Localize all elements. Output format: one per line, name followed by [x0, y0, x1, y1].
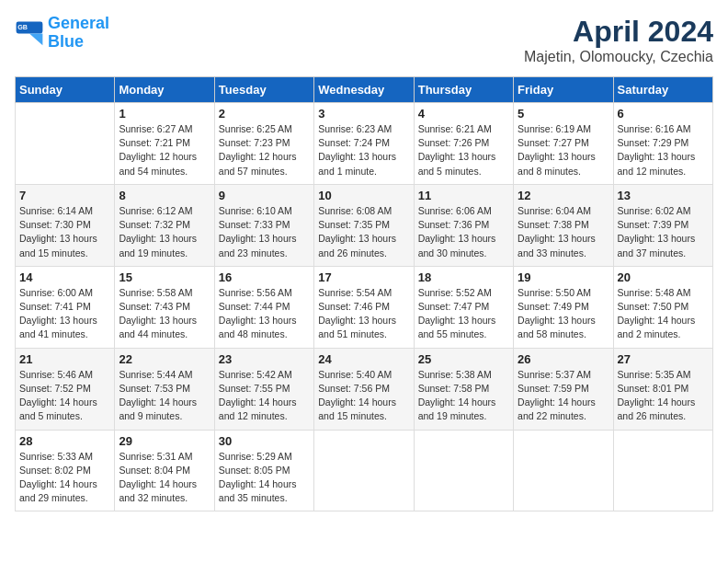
calendar-cell: 5Sunrise: 6:19 AM Sunset: 7:27 PM Daylig…: [514, 103, 613, 185]
calendar-cell: 1Sunrise: 6:27 AM Sunset: 7:21 PM Daylig…: [115, 103, 214, 185]
week-row-4: 21Sunrise: 5:46 AM Sunset: 7:52 PM Dayli…: [16, 348, 713, 430]
week-row-3: 14Sunrise: 6:00 AM Sunset: 7:41 PM Dayli…: [16, 266, 713, 348]
day-number: 3: [318, 107, 409, 121]
day-info: Sunrise: 6:27 AM Sunset: 7:21 PM Dayligh…: [119, 122, 210, 178]
day-info: Sunrise: 5:37 AM Sunset: 7:59 PM Dayligh…: [518, 368, 609, 424]
calendar-cell: [514, 430, 613, 511]
day-info: Sunrise: 6:10 AM Sunset: 7:33 PM Dayligh…: [219, 204, 310, 260]
header-tuesday: Tuesday: [214, 77, 313, 103]
header-friday: Friday: [514, 77, 613, 103]
day-number: 21: [19, 352, 110, 366]
day-info: Sunrise: 5:40 AM Sunset: 7:56 PM Dayligh…: [318, 368, 409, 424]
calendar-cell: 21Sunrise: 5:46 AM Sunset: 7:52 PM Dayli…: [16, 348, 115, 430]
calendar-cell: 13Sunrise: 6:02 AM Sunset: 7:39 PM Dayli…: [613, 184, 712, 266]
day-number: 1: [119, 107, 210, 121]
day-info: Sunrise: 6:02 AM Sunset: 7:39 PM Dayligh…: [618, 204, 709, 260]
calendar-cell: 26Sunrise: 5:37 AM Sunset: 7:59 PM Dayli…: [514, 348, 613, 430]
calendar-table: SundayMondayTuesdayWednesdayThursdayFrid…: [15, 76, 713, 511]
day-info: Sunrise: 5:48 AM Sunset: 7:50 PM Dayligh…: [618, 286, 709, 342]
calendar-cell: 9Sunrise: 6:10 AM Sunset: 7:33 PM Daylig…: [214, 184, 313, 266]
calendar-cell: [613, 430, 712, 511]
day-info: Sunrise: 6:12 AM Sunset: 7:32 PM Dayligh…: [119, 204, 210, 260]
calendar-cell: 25Sunrise: 5:38 AM Sunset: 7:58 PM Dayli…: [414, 348, 513, 430]
calendar-cell: 18Sunrise: 5:52 AM Sunset: 7:47 PM Dayli…: [414, 266, 513, 348]
calendar-cell: 3Sunrise: 6:23 AM Sunset: 7:24 PM Daylig…: [314, 103, 414, 185]
day-number: 17: [318, 270, 409, 284]
day-number: 16: [219, 270, 310, 284]
calendar-cell: 17Sunrise: 5:54 AM Sunset: 7:46 PM Dayli…: [314, 266, 414, 348]
day-number: 20: [618, 270, 709, 284]
header-thursday: Thursday: [414, 77, 513, 103]
calendar-cell: 15Sunrise: 5:58 AM Sunset: 7:43 PM Dayli…: [115, 266, 214, 348]
calendar-cell: 14Sunrise: 6:00 AM Sunset: 7:41 PM Dayli…: [16, 266, 115, 348]
day-info: Sunrise: 5:38 AM Sunset: 7:58 PM Dayligh…: [418, 368, 509, 424]
day-number: 24: [318, 352, 409, 366]
calendar-cell: 7Sunrise: 6:14 AM Sunset: 7:30 PM Daylig…: [16, 184, 115, 266]
day-info: Sunrise: 6:08 AM Sunset: 7:35 PM Dayligh…: [318, 204, 409, 260]
day-number: 29: [119, 434, 210, 448]
calendar-cell: 22Sunrise: 5:44 AM Sunset: 7:53 PM Dayli…: [115, 348, 214, 430]
day-number: 27: [618, 352, 709, 366]
calendar-cell: 10Sunrise: 6:08 AM Sunset: 7:35 PM Dayli…: [314, 184, 414, 266]
day-info: Sunrise: 5:31 AM Sunset: 8:04 PM Dayligh…: [119, 450, 210, 506]
calendar-cell: 30Sunrise: 5:29 AM Sunset: 8:05 PM Dayli…: [214, 430, 313, 511]
day-info: Sunrise: 5:44 AM Sunset: 7:53 PM Dayligh…: [119, 368, 210, 424]
subtitle: Majetin, Olomoucky, Czechia: [524, 49, 713, 65]
day-number: 2: [219, 107, 310, 121]
calendar-cell: 28Sunrise: 5:33 AM Sunset: 8:02 PM Dayli…: [16, 430, 115, 511]
page-header: GB General Blue April 2024 Majetin, Olom…: [15, 15, 713, 65]
calendar-cell: 6Sunrise: 6:16 AM Sunset: 7:29 PM Daylig…: [613, 103, 712, 185]
day-info: Sunrise: 5:46 AM Sunset: 7:52 PM Dayligh…: [19, 368, 110, 424]
header-monday: Monday: [115, 77, 214, 103]
day-number: 5: [518, 107, 609, 121]
calendar-cell: [414, 430, 513, 511]
day-number: 10: [318, 189, 409, 202]
header-saturday: Saturday: [613, 77, 712, 103]
calendar-cell: 12Sunrise: 6:04 AM Sunset: 7:38 PM Dayli…: [514, 184, 613, 266]
main-title: April 2024: [524, 15, 713, 49]
logo-text-line2: Blue: [48, 33, 109, 52]
header-row: SundayMondayTuesdayWednesdayThursdayFrid…: [16, 77, 713, 103]
calendar-cell: 2Sunrise: 6:25 AM Sunset: 7:23 PM Daylig…: [214, 103, 313, 185]
day-number: 15: [119, 270, 210, 284]
day-number: 11: [418, 189, 509, 202]
day-number: 22: [119, 352, 210, 366]
logo-icon: GB: [15, 20, 44, 46]
day-number: 25: [418, 352, 509, 366]
day-number: 7: [19, 189, 110, 202]
title-block: April 2024 Majetin, Olomoucky, Czechia: [524, 15, 713, 65]
week-row-5: 28Sunrise: 5:33 AM Sunset: 8:02 PM Dayli…: [16, 430, 713, 511]
day-number: 14: [19, 270, 110, 284]
svg-marker-1: [29, 33, 42, 45]
calendar-cell: 29Sunrise: 5:31 AM Sunset: 8:04 PM Dayli…: [115, 430, 214, 511]
week-row-2: 7Sunrise: 6:14 AM Sunset: 7:30 PM Daylig…: [16, 184, 713, 266]
day-info: Sunrise: 6:21 AM Sunset: 7:26 PM Dayligh…: [418, 122, 509, 178]
day-info: Sunrise: 6:19 AM Sunset: 7:27 PM Dayligh…: [518, 122, 609, 178]
day-number: 19: [518, 270, 609, 284]
day-info: Sunrise: 6:04 AM Sunset: 7:38 PM Dayligh…: [518, 204, 609, 260]
calendar-cell: 4Sunrise: 6:21 AM Sunset: 7:26 PM Daylig…: [414, 103, 513, 185]
day-number: 8: [119, 189, 210, 202]
day-info: Sunrise: 5:29 AM Sunset: 8:05 PM Dayligh…: [219, 450, 310, 506]
calendar-cell: 11Sunrise: 6:06 AM Sunset: 7:36 PM Dayli…: [414, 184, 513, 266]
svg-text:GB: GB: [17, 23, 28, 31]
day-number: 12: [518, 189, 609, 202]
calendar-cell: 20Sunrise: 5:48 AM Sunset: 7:50 PM Dayli…: [613, 266, 712, 348]
day-info: Sunrise: 6:23 AM Sunset: 7:24 PM Dayligh…: [318, 122, 409, 178]
day-info: Sunrise: 6:06 AM Sunset: 7:36 PM Dayligh…: [418, 204, 509, 260]
calendar-cell: 24Sunrise: 5:40 AM Sunset: 7:56 PM Dayli…: [314, 348, 414, 430]
day-info: Sunrise: 6:25 AM Sunset: 7:23 PM Dayligh…: [219, 122, 310, 178]
week-row-1: 1Sunrise: 6:27 AM Sunset: 7:21 PM Daylig…: [16, 103, 713, 185]
day-number: 23: [219, 352, 310, 366]
calendar-cell: 27Sunrise: 5:35 AM Sunset: 8:01 PM Dayli…: [613, 348, 712, 430]
day-info: Sunrise: 6:16 AM Sunset: 7:29 PM Dayligh…: [618, 122, 709, 178]
day-number: 4: [418, 107, 509, 121]
header-wednesday: Wednesday: [314, 77, 414, 103]
day-info: Sunrise: 5:42 AM Sunset: 7:55 PM Dayligh…: [219, 368, 310, 424]
day-number: 18: [418, 270, 509, 284]
calendar-cell: 23Sunrise: 5:42 AM Sunset: 7:55 PM Dayli…: [214, 348, 313, 430]
day-info: Sunrise: 5:56 AM Sunset: 7:44 PM Dayligh…: [219, 286, 310, 342]
day-info: Sunrise: 5:33 AM Sunset: 8:02 PM Dayligh…: [19, 450, 110, 506]
day-number: 28: [19, 434, 110, 448]
day-info: Sunrise: 5:54 AM Sunset: 7:46 PM Dayligh…: [318, 286, 409, 342]
